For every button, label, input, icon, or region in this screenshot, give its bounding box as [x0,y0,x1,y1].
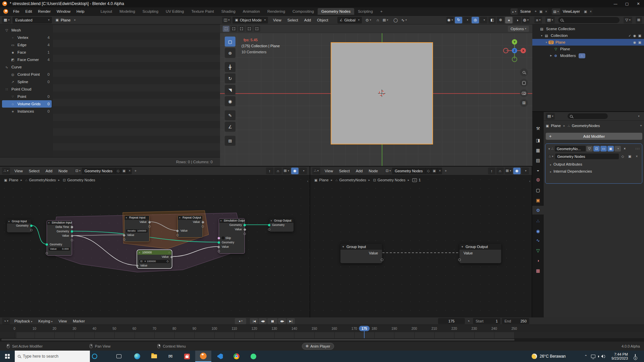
taskbar-app-file-explorer[interactable] [146,351,162,362]
new-collection-icon[interactable]: ⊞ [636,17,642,23]
graph-left-node-simulation-input[interactable]: ▾Simulation InputDelta TimeGeometryValue… [47,220,72,256]
taskbar-search-input[interactable]: Type here to search [15,351,90,362]
close-button[interactable]: ✕ [633,0,644,7]
taskbar-app-emulator[interactable] [245,351,261,362]
breadcrumb-item[interactable]: Geometry Nodes [67,178,95,182]
socket-g[interactable] [244,224,246,226]
spreadsheet-row-mesh[interactable]: ▽Mesh [2,26,52,34]
tab-scripting[interactable]: Scripting [354,8,377,15]
graph-right-node-group-output[interactable]: ▾Group OutputValue [459,243,501,263]
previous-keyframe-button[interactable]: ◀◆ [259,318,267,324]
overlays-toggle[interactable]: ◉ [513,168,521,174]
taskbar-app-edge[interactable] [129,351,145,362]
pause-button[interactable]: ▮▮ [267,318,277,324]
copy-icon[interactable]: ▣ [121,168,127,174]
overlays-toggle[interactable]: ◉ [291,168,299,174]
node-tree-selector[interactable]: ⊡▾100000◇ [139,260,170,263]
tab-uv-editing[interactable]: UV Editing [162,8,187,15]
playhead-line[interactable] [364,331,365,338]
breadcrumb-object[interactable]: Plane [551,124,560,128]
spreadsheet-row-point-cloud[interactable]: ∷Point Cloud [2,85,52,93]
outliner-row-collection[interactable]: ▼▤Collection✓◉▣ [532,32,644,39]
node-menu-view[interactable]: View [322,168,336,174]
taskbar-app-blender[interactable] [195,351,211,362]
playhead-frame-badge[interactable]: 175 [359,326,370,331]
timeline-menu-playback[interactable]: Playback▾ [11,318,36,324]
spreadsheet-row-face[interactable]: ■Face1 [2,49,52,56]
scene-selector[interactable]: ◒▾ Scene ⌖ ▣ × [511,8,548,15]
spreadsheet-row-spline[interactable]: ↗Spline0 [2,78,52,85]
node-link[interactable] [32,226,47,244]
tab-compositing[interactable]: Compositing [289,8,318,15]
copy-icon[interactable]: ▣ [583,10,588,13]
properties-tab-material[interactable]: ◑ [532,256,544,265]
tab-shading[interactable]: Shading [218,8,239,15]
overlays-dropdown[interactable]: ▾ [480,17,487,23]
rotate-tool[interactable]: ↻ [225,73,235,83]
snap-dropdown[interactable]: ⊞▾ [505,168,512,174]
transform-orientation-dropdown[interactable]: ∠Global▾ [337,17,362,23]
gizmos-toggle[interactable]: ↻ [455,17,462,23]
modifier-name-field[interactable]: GeometryNo... [555,146,586,152]
close-icon[interactable]: × [544,10,548,13]
node-menu-add[interactable]: Add [43,168,55,174]
outliner-row-scene-collection[interactable]: ▤Scene Collection [532,25,644,32]
node-header[interactable]: ▾100000∴ [138,250,171,255]
eye-icon[interactable]: ◉ [633,34,636,38]
filter-icon[interactable]: ▽▾ [624,17,632,23]
geometry-nodes-badge-icon[interactable]: ∴ [579,53,585,58]
menu-render[interactable]: Render [35,8,54,15]
tool-options-dropdown[interactable]: Options▾ [508,26,529,32]
properties-tab-world[interactable]: ◍ [532,175,544,184]
network-icon[interactable] [591,355,595,358]
select-mode-new-button[interactable] [223,26,229,32]
node-editor-left[interactable]: ▾Group InputGeometry▾Simulation InputDel… [0,167,310,317]
node-editor-right[interactable]: ▾Group InputValue▾Group OutputValue ∴▾ V… [310,167,532,317]
hidden-icons-chevron[interactable]: ⌃ [584,354,587,359]
socket-g[interactable] [268,224,270,226]
editor-type-icon[interactable]: ∴▾ [2,168,10,174]
display-mode-icon[interactable]: ▤▾ [545,17,554,23]
close-icon[interactable]: × [127,168,132,174]
node-header[interactable]: ▾Group Output [269,219,293,223]
viewport-menu-object[interactable]: Object [314,17,331,23]
frame-start-field[interactable]: Start1 [473,318,500,324]
properties-search-input[interactable] [568,113,608,119]
node-menu-view[interactable]: View [11,168,26,174]
viewport-menu-select[interactable]: Select [284,17,301,23]
properties-tab-object-data[interactable]: ▽ [532,246,544,255]
visibility-dropdown[interactable]: ◉▾ [446,17,454,23]
socket-extend[interactable] [244,233,246,235]
snap-dropdown[interactable]: ⊞▾ [283,168,290,174]
socket-extend[interactable] [176,234,179,236]
editor-type-icon[interactable]: ∴▾ [312,168,320,174]
node-header[interactable]: ▾Group Input [340,244,382,250]
eye-icon[interactable]: ◉ [633,41,636,44]
gizmo-x-minus-ball[interactable] [503,48,508,53]
socket-extend[interactable] [218,250,220,252]
timeline-scrollbar[interactable] [0,338,644,341]
perspective-toggle-button[interactable]: ⊞ [520,99,528,107]
fake-user-shield-icon[interactable]: ◇ [620,154,626,159]
timeline-menu-view[interactable]: View [56,318,70,324]
spreadsheet-row-edge[interactable]: ▭Edge4 [2,41,52,49]
measure-tool[interactable]: ∠ [225,122,235,132]
node-header[interactable]: ▾Simulation Output [219,219,245,223]
cursor-tool[interactable]: ⊕ [225,48,235,58]
spreadsheet-row-curve[interactable]: ∿Curve [2,63,52,71]
breadcrumb-item[interactable]: Plane [9,178,18,182]
socket-extend[interactable] [381,258,383,261]
pin-icon[interactable]: ⌖ [135,169,137,173]
navigation-gizmo[interactable]: Y Z X [504,40,525,61]
jump-to-end-button[interactable]: ▶∣ [287,318,295,324]
notification-center-button[interactable]: 1 [635,354,636,358]
drag-handle-icon[interactable]: ∷∷ [636,147,640,150]
timeline-ruler[interactable]: 0102030405060708090100110120130140150160… [0,325,644,332]
editor-type-icon[interactable]: ◔▾ [2,318,10,324]
spreadsheet-row-instances[interactable]: ∗Instances0 [2,108,52,115]
sidebar-collapse-arrow[interactable]: ‹ [529,179,530,183]
disclosure-icon[interactable]: ▼ [544,41,548,44]
select-box-tool[interactable]: ▢ [225,37,235,47]
next-keyframe-button[interactable]: ◆▶ [278,318,286,324]
node-header[interactable]: ▾Repeat Output [178,216,203,220]
